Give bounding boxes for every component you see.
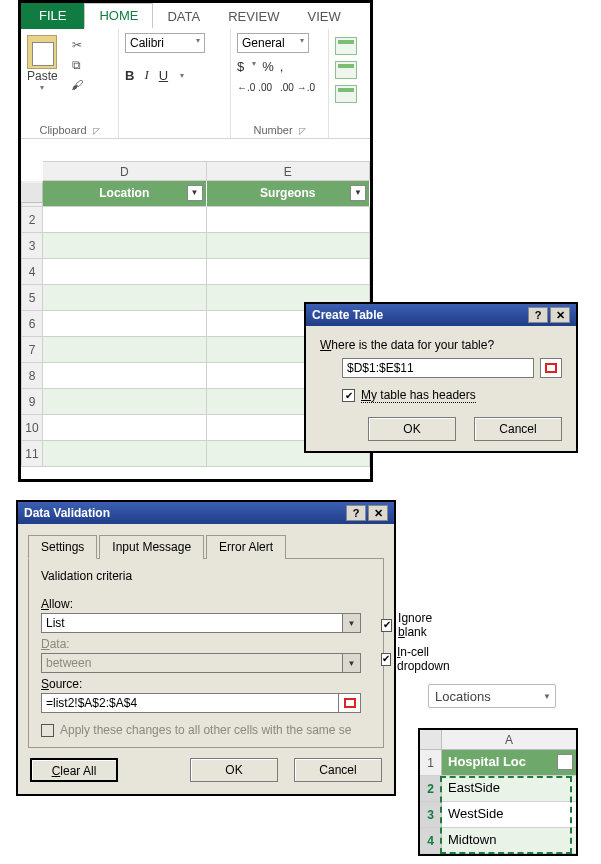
- currency-button[interactable]: $: [237, 59, 244, 74]
- range-picker-button[interactable]: [339, 693, 361, 713]
- group-number-label: Number: [253, 124, 292, 136]
- help-button[interactable]: ?: [528, 307, 548, 323]
- has-headers-checkbox[interactable]: ✔: [342, 389, 355, 402]
- cell[interactable]: [43, 389, 207, 415]
- cancel-button[interactable]: Cancel: [294, 758, 382, 782]
- cell[interactable]: [43, 337, 207, 363]
- group-styles: [329, 29, 363, 138]
- number-launcher-icon[interactable]: ◸: [293, 126, 306, 136]
- tab-review[interactable]: REVIEW: [214, 5, 293, 29]
- select-all-corner[interactable]: [420, 730, 442, 750]
- table-header-cell[interactable]: Location▼: [43, 181, 207, 207]
- underline-button[interactable]: U: [159, 68, 168, 83]
- table-range-input[interactable]: $D$1:$E$11: [342, 358, 534, 378]
- cell[interactable]: [43, 415, 207, 441]
- tab-data[interactable]: DATA: [153, 5, 214, 29]
- tab-error-alert[interactable]: Error Alert: [206, 535, 286, 559]
- col-header-a[interactable]: A: [442, 730, 576, 750]
- table-header-cell[interactable]: Surgeons▼: [207, 181, 371, 207]
- cell[interactable]: [43, 233, 207, 259]
- group-number: General▾ $▾ % , ←.0 .00 .00 →.0 Number◸: [231, 29, 329, 138]
- row-header[interactable]: 10: [21, 415, 43, 441]
- filter-dropdown-button[interactable]: ▼: [557, 754, 573, 770]
- chevron-down-icon: ▼: [543, 692, 551, 701]
- close-button[interactable]: ✕: [550, 307, 570, 323]
- col-header-d[interactable]: D: [43, 161, 207, 181]
- row-header[interactable]: 2: [420, 776, 442, 802]
- in-cell-dropdown-checkbox[interactable]: ✔: [381, 653, 391, 666]
- format-as-table-button[interactable]: [335, 61, 357, 79]
- row-header[interactable]: 1: [420, 750, 442, 776]
- cut-icon[interactable]: ✂: [68, 37, 86, 53]
- name-box-value: Locations: [435, 689, 491, 704]
- conditional-formatting-button[interactable]: [335, 37, 357, 55]
- cell-styles-button[interactable]: [335, 85, 357, 103]
- ok-button[interactable]: OK: [368, 417, 456, 441]
- row-header[interactable]: 2: [21, 207, 43, 233]
- locations-sheet[interactable]: A 1Hospital Loc▼2EastSide3WestSide4Midto…: [418, 728, 578, 856]
- data-validation-titlebar[interactable]: Data Validation ? ✕: [18, 502, 394, 524]
- filter-dropdown-button[interactable]: ▼: [187, 185, 203, 201]
- cell[interactable]: [43, 259, 207, 285]
- name-box[interactable]: Locations ▼: [428, 684, 556, 708]
- group-clipboard: Paste ▾ ✂ ⧉ 🖌 Clipboard◸: [21, 29, 119, 138]
- row-header[interactable]: 11: [21, 441, 43, 467]
- copy-icon[interactable]: ⧉: [68, 57, 86, 73]
- ignore-blank-checkbox[interactable]: ✔: [381, 619, 392, 632]
- format-painter-icon[interactable]: 🖌: [68, 77, 86, 93]
- bold-button[interactable]: B: [125, 68, 134, 83]
- create-table-titlebar[interactable]: Create Table ? ✕: [306, 304, 576, 326]
- tab-input-message[interactable]: Input Message: [99, 535, 204, 559]
- table-header-cell[interactable]: Hospital Loc▼: [442, 750, 576, 776]
- comma-button[interactable]: ,: [280, 59, 284, 74]
- cell[interactable]: [43, 311, 207, 337]
- range-picker-button[interactable]: [540, 358, 562, 378]
- font-name-combo[interactable]: Calibri▾: [125, 33, 205, 53]
- clear-all-button[interactable]: Clear All: [30, 758, 118, 782]
- range-picker-icon: [545, 363, 557, 373]
- cell[interactable]: WestSide: [442, 802, 576, 828]
- italic-button[interactable]: I: [144, 67, 148, 83]
- row-header[interactable]: 3: [21, 233, 43, 259]
- tab-view[interactable]: VIEW: [294, 5, 355, 29]
- data-label: Data:: [41, 637, 361, 651]
- cell[interactable]: [207, 233, 371, 259]
- row-header[interactable]: 9: [21, 389, 43, 415]
- decrease-decimal-button[interactable]: .00 →.0: [280, 82, 315, 93]
- row-header[interactable]: 8: [21, 363, 43, 389]
- row-header[interactable]: 6: [21, 311, 43, 337]
- allow-combo[interactable]: List ▼: [41, 613, 361, 633]
- clipboard-launcher-icon[interactable]: ◸: [87, 126, 100, 136]
- cancel-button[interactable]: Cancel: [474, 417, 562, 441]
- help-button[interactable]: ?: [346, 505, 366, 521]
- cell[interactable]: EastSide: [442, 776, 576, 802]
- source-input[interactable]: =list2!$A$2:$A$4: [41, 693, 339, 713]
- row-header[interactable]: 5: [21, 285, 43, 311]
- cell[interactable]: [207, 207, 371, 233]
- row-header[interactable]: 4: [21, 259, 43, 285]
- paste-icon[interactable]: [27, 35, 57, 69]
- cell[interactable]: [43, 441, 207, 467]
- data-combo: between ▼: [41, 653, 361, 673]
- cell[interactable]: [207, 259, 371, 285]
- filter-dropdown-button[interactable]: ▼: [350, 185, 366, 201]
- cell[interactable]: [43, 207, 207, 233]
- validation-criteria-label: Validation criteria: [41, 569, 371, 583]
- tab-home[interactable]: HOME: [84, 3, 153, 29]
- number-format-combo[interactable]: General▾: [237, 33, 309, 53]
- row-header[interactable]: 4: [420, 828, 442, 854]
- cell[interactable]: [43, 285, 207, 311]
- tab-file[interactable]: FILE: [21, 3, 84, 29]
- paste-button[interactable]: Paste: [27, 69, 58, 83]
- cell[interactable]: Midtown: [442, 828, 576, 854]
- select-all-corner[interactable]: [21, 183, 43, 203]
- increase-decimal-button[interactable]: ←.0 .00: [237, 82, 272, 93]
- row-header[interactable]: 3: [420, 802, 442, 828]
- col-header-e[interactable]: E: [207, 161, 371, 181]
- row-header[interactable]: 7: [21, 337, 43, 363]
- close-button[interactable]: ✕: [368, 505, 388, 521]
- ok-button[interactable]: OK: [190, 758, 278, 782]
- tab-settings[interactable]: Settings: [28, 535, 97, 559]
- percent-button[interactable]: %: [262, 59, 274, 74]
- cell[interactable]: [43, 363, 207, 389]
